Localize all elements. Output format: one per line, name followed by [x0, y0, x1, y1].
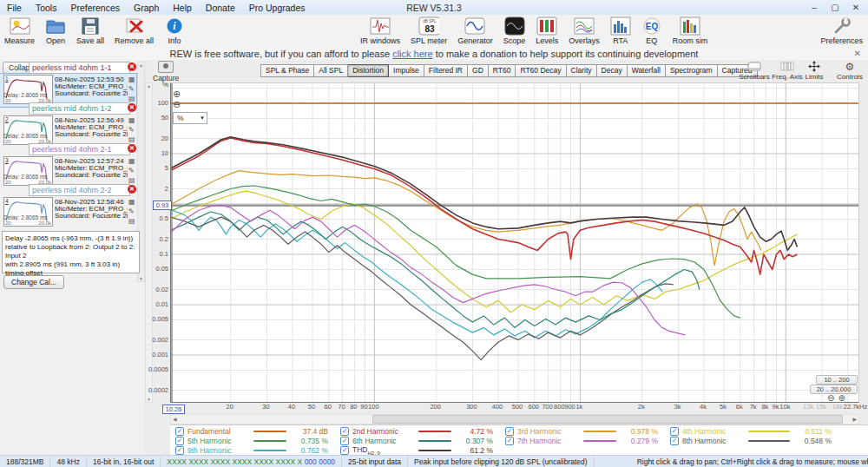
menu-preferences[interactable]: Preferences — [63, 3, 127, 13]
trace-visibility-checkbox[interactable]: ✓ — [175, 446, 184, 455]
trace-visibility-checkbox[interactable]: ✓ — [670, 437, 679, 445]
zoom-in-icon[interactable]: ⊕ — [838, 393, 848, 403]
trace-visibility-checkbox[interactable]: ✓ — [505, 437, 514, 445]
measurement-name-field[interactable]: peerless mid 4ohm 2-2 — [29, 184, 130, 196]
measurement-item-2[interactable]: 22020.0kDelay: 2.8065 ms08-Nov-2025 12:5… — [0, 102, 136, 148]
delete-measurement-icon[interactable]: ✕ — [128, 62, 136, 71]
tab-distortion[interactable]: Distortion — [348, 64, 389, 77]
trace-visibility-checkbox[interactable]: ✓ — [340, 427, 349, 436]
y-tick-label: 0.002 — [144, 336, 168, 344]
pencil-icon[interactable]: ✎ — [128, 85, 135, 93]
y-axis-unit: % — [146, 81, 168, 89]
delete-measurement-icon[interactable]: ✕ — [128, 185, 136, 194]
menu-help[interactable]: Help — [166, 3, 199, 13]
chart-icon[interactable]: ▦ — [128, 116, 135, 124]
pencil-icon[interactable]: ✎ — [128, 167, 135, 174]
distortion-plot[interactable] — [170, 82, 859, 403]
scrollbars-button[interactable]: Scrollbars — [739, 61, 770, 81]
tab-impulse[interactable]: Impulse — [389, 64, 424, 77]
chart-icon[interactable]: ▦ — [128, 157, 135, 165]
ir-windows-button[interactable]: IR windows — [358, 16, 402, 46]
tab-clarity[interactable]: Clarity — [567, 64, 597, 77]
measurement-item-1[interactable]: 12020.0kDelay: 2.8065 ms08-Nov-2025 12:5… — [0, 62, 136, 107]
tab-all-spl[interactable]: All SPL — [314, 64, 348, 77]
tab-spectrogram[interactable]: Spectrogram — [666, 64, 718, 77]
maximize-button[interactable]: ▢ — [825, 3, 845, 12]
tab-decay[interactable]: Decay — [597, 64, 628, 77]
notes-icon[interactable]: ▤ — [128, 95, 135, 102]
x-tick-label: 100 — [368, 403, 379, 411]
scope-button[interactable]: Scope — [502, 16, 528, 46]
plot-zoom-out-icon[interactable]: ⊖ — [173, 100, 181, 109]
notes-icon[interactable]: ▤ — [128, 176, 135, 184]
scroll-up-icon[interactable]: ▲ — [139, 62, 143, 68]
menu-graph[interactable]: Graph — [127, 3, 166, 13]
rta-button[interactable]: RTA — [608, 16, 633, 46]
chart-icon[interactable]: ▦ — [128, 198, 135, 206]
legend-label: THDH2..9 — [352, 445, 415, 456]
info-button[interactable]: iInfo — [162, 16, 187, 46]
room-sim-button[interactable]: Room sim — [671, 16, 710, 46]
trace-visibility-checkbox[interactable]: ✓ — [340, 437, 349, 445]
overlays-button[interactable]: Overlays — [567, 16, 602, 46]
y-tick-label: 50 — [144, 114, 168, 122]
donation-banner: REW is free software, but if you can aff… — [0, 48, 868, 60]
tab-waterfall[interactable]: Waterfall — [628, 64, 666, 77]
trace-visibility-checkbox[interactable]: ✓ — [340, 446, 349, 455]
menu-pro-upgrades[interactable]: Pro Upgrades — [242, 3, 312, 13]
zoom-out-icon[interactable]: ⊖ — [827, 393, 838, 403]
spl-meter-button[interactable]: dB SPL83SPL meter — [409, 16, 449, 46]
x-zoom-buttons[interactable]: ⊖⊕ — [827, 393, 849, 403]
trace-visibility-checkbox[interactable]: ✓ — [175, 437, 184, 445]
measurement-name-field[interactable]: peerless mid 4ohm 1-1 — [29, 62, 130, 74]
plot-horizontal-scrollbar[interactable]: ◀ ▶ — [170, 414, 859, 424]
scrollbar-thumb[interactable] — [372, 415, 843, 424]
delete-measurement-icon[interactable]: ✕ — [128, 103, 136, 112]
tab-gd[interactable]: GD — [468, 64, 489, 77]
menu-donate[interactable]: Donate — [199, 3, 242, 13]
delete-measurement-icon[interactable]: ✕ — [128, 144, 136, 153]
freq-axis-button[interactable]: Freq. Axis — [772, 61, 803, 81]
close-button[interactable]: ✕ — [845, 3, 866, 12]
trace-visibility-checkbox[interactable]: ✓ — [175, 427, 184, 436]
donation-link[interactable]: click here — [392, 49, 432, 59]
scroll-right-icon[interactable]: ▶ — [852, 416, 857, 422]
capture-button[interactable]: Capture — [153, 61, 179, 82]
preferences-button[interactable]: Preferences — [819, 16, 865, 46]
trace-visibility-checkbox[interactable]: ✓ — [670, 427, 679, 436]
change-cal-button[interactable]: Change Cal... — [3, 275, 64, 289]
measurement-name-field[interactable]: peerless mid 4ohm 1-2 — [29, 102, 130, 115]
measurement-item-3[interactable]: 32020.0kDelay: 2.8065 ms08-Nov-2025 12:5… — [0, 143, 136, 188]
measure-button[interactable]: Measure — [3, 16, 36, 46]
menu-tools[interactable]: Tools — [29, 3, 64, 13]
notes-icon[interactable]: ▤ — [128, 135, 135, 143]
scroll-down-icon[interactable]: ▼ — [147, 397, 151, 402]
controls-button[interactable]: ⚙ Controls — [835, 61, 865, 81]
menu-file[interactable]: File — [0, 3, 29, 13]
scroll-left-icon[interactable]: ◀ — [173, 416, 177, 422]
measurement-name-field[interactable]: peerless mid 4ohm 2-1 — [29, 143, 130, 155]
tab-rt60-decay[interactable]: RT60 Decay — [516, 64, 566, 77]
trace-visibility-checkbox[interactable]: ✓ — [505, 427, 514, 436]
pencil-icon[interactable]: ✎ — [128, 126, 135, 134]
unit-dropdown[interactable]: %▼ — [173, 112, 207, 124]
range-preset-button-1[interactable]: 10 .. 200 — [816, 375, 858, 385]
eq-button[interactable]: EQEQ — [640, 16, 664, 46]
save-all-button[interactable]: Save all — [75, 16, 106, 46]
minimize-button[interactable]: – — [804, 3, 825, 12]
levels-button[interactable]: Levels — [534, 16, 560, 46]
chart-icon[interactable]: ▦ — [128, 76, 135, 83]
banner-close-icon[interactable]: ✕ — [854, 48, 861, 60]
plot-zoom-in-icon[interactable]: ⊕ — [173, 89, 181, 99]
limits-button[interactable]: Limits — [803, 61, 825, 81]
generator-button[interactable]: Generator — [456, 16, 495, 46]
open-button[interactable]: Open — [43, 16, 68, 46]
notes-icon[interactable]: ▤ — [128, 217, 135, 225]
tab-filtered-ir[interactable]: Filtered IR — [424, 64, 468, 77]
scroll-down-icon[interactable]: ▼ — [139, 276, 143, 281]
tab-spl-phase[interactable]: SPL & Phase — [260, 64, 314, 77]
tab-rt60[interactable]: RT60 — [489, 64, 516, 77]
remove-all-button[interactable]: Remove all — [113, 16, 155, 46]
pencil-icon[interactable]: ✎ — [128, 207, 135, 215]
measurement-item-4[interactable]: 42020.0kDelay: 2.8065 ms08-Nov-2025 12:5… — [0, 184, 136, 229]
